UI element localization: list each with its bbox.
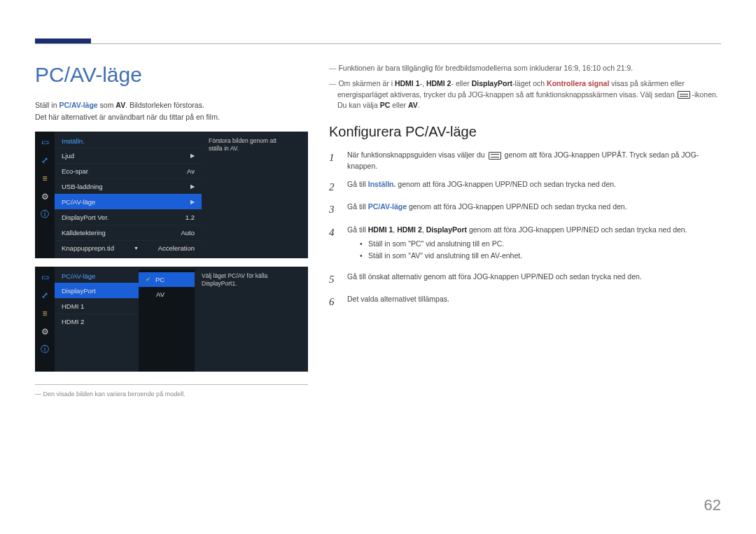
step-number: 3	[329, 202, 339, 218]
intro-para-1: Ställ in PC/AV-läge som AV. Bildstorleke…	[35, 99, 308, 111]
info-icon: ⓘ	[38, 344, 51, 356]
text: .	[418, 101, 420, 109]
step-number: 5	[329, 272, 339, 288]
osd-menu-title: PC/AV-läge	[55, 269, 139, 283]
gear-icon: ⚙	[38, 325, 51, 338]
footnote-rule: ― Den visade bilden kan variera beroende…	[35, 384, 308, 398]
left-column: PC/AV-läge Ställ in PC/AV-läge som AV. B…	[35, 63, 308, 398]
step-body: Gå till PC/AV-läge genom att föra JOG-kn…	[347, 202, 721, 218]
osd-row-ecospar[interactable]: Eco-sparAv	[55, 163, 202, 178]
label: HDMI 1	[62, 302, 84, 310]
resize-icon: ⤢	[38, 154, 51, 167]
osd-row-keyrepeat[interactable]: Knappupprepn.tid▼Acceleration	[55, 240, 202, 255]
pcav-label: PC/AV-läge	[59, 101, 97, 109]
pcav-label: PC/AV-läge	[368, 202, 407, 211]
osd-row-pcav[interactable]: PC/AV-läge▶	[55, 194, 202, 209]
bullet-pc: Ställ in som "PC" vid anslutning till en…	[360, 238, 721, 250]
text: När funktionsknappsguiden visas väljer d…	[347, 150, 487, 159]
header-rule	[35, 43, 721, 44]
displayport-label: DisplayPort	[472, 79, 512, 87]
text: -,	[420, 79, 426, 87]
chevron-right-icon: ▶	[190, 199, 195, 205]
osd-settings-panel: ▭ ⤢ ≡ ⚙ ⓘ Inställn. Ljud▶ Eco-sparAv USB…	[35, 132, 308, 258]
text: genom att föra JOG-knappen UPP/NED och s…	[467, 225, 687, 234]
value: Auto	[181, 229, 195, 237]
osd-description: Förstora bilden genom att ställa in AV.	[202, 132, 286, 258]
options-icon: ≡	[38, 172, 51, 185]
osd-menu-title: Inställn.	[55, 134, 202, 148]
step-number: 2	[329, 179, 339, 195]
page-number: 62	[704, 496, 721, 514]
osd-pcav-panel: ▭ ⤢ ≡ ⚙ ⓘ PC/AV-läge DisplayPort HDMI 1 …	[35, 267, 308, 372]
osd-row-usb[interactable]: USB-laddning▶	[55, 178, 202, 194]
label: DisplayPort Ver.	[62, 213, 109, 221]
bullet-av: Ställ in som "AV" vid anslutning till en…	[360, 250, 721, 262]
step-1: 1 När funktionsknappsguiden visas väljer…	[329, 150, 721, 172]
header-accent	[35, 38, 91, 43]
step-6: 6 Det valda alternativet tillämpas.	[329, 294, 721, 310]
osd-row-displayport[interactable]: DisplayPort	[55, 283, 139, 298]
osd-menu: Inställn. Ljud▶ Eco-sparAv USB-laddning▶…	[55, 132, 202, 258]
osd-row-hdmi1[interactable]: HDMI 1	[55, 298, 139, 314]
value: Acceleration	[158, 244, 195, 252]
label: Knappupprepn.tid	[62, 244, 114, 252]
text: genom att föra JOG-knappen UPP/NED och s…	[396, 180, 616, 188]
osd-row-source[interactable]: KälldetekteringAuto	[55, 225, 202, 240]
signal-warning: Kontrollera signal	[547, 79, 609, 87]
gear-icon: ⚙	[38, 190, 51, 203]
osd-option-av[interactable]: AV	[139, 287, 195, 302]
note-signal: Om skärmen är i HDMI 1-, HDMI 2- eller D…	[329, 78, 721, 111]
text: -läget och	[512, 79, 547, 87]
step-number: 4	[329, 225, 339, 265]
step-number: 1	[329, 150, 339, 172]
menu-icon	[678, 91, 690, 99]
intro-para-2: Det här alternativet är användbart när d…	[35, 111, 308, 123]
chevron-right-icon: ▶	[190, 153, 195, 159]
step-body: Gå till önskat alternativ genom att föra…	[347, 272, 721, 288]
step-3: 3 Gå till PC/AV-läge genom att föra JOG-…	[329, 202, 721, 218]
step-body: Det valda alternativet tillämpas.	[347, 294, 721, 310]
page-title: PC/AV-läge	[35, 63, 308, 87]
label: AV	[156, 290, 164, 298]
osd-option-pc[interactable]: ✔PC	[139, 272, 195, 287]
text: Gå till	[347, 225, 368, 234]
osd-row-ljud[interactable]: Ljud▶	[55, 148, 202, 163]
monitor-icon: ▭	[38, 136, 51, 148]
value: 1.2	[186, 213, 195, 221]
text: Gå till	[347, 180, 368, 188]
displayport-label: DisplayPort	[426, 225, 467, 234]
osd-row-dpver[interactable]: DisplayPort Ver.1.2	[55, 209, 202, 225]
label: Ljud	[62, 152, 74, 160]
hdmi1-label: HDMI 1	[395, 79, 420, 87]
hdmi1-label: HDMI 1	[368, 225, 393, 234]
label: Eco-spar	[62, 167, 88, 175]
note-widescreen: Funktionen är bara tillgänglig för bredb…	[329, 63, 721, 74]
osd-row-hdmi2[interactable]: HDMI 2	[55, 314, 139, 329]
label: DisplayPort	[62, 287, 96, 295]
hdmi2-label: HDMI 2	[426, 79, 451, 87]
hdmi2-label: HDMI 2	[397, 225, 422, 234]
osd-source-list: PC/AV-läge DisplayPort HDMI 1 HDMI 2	[55, 267, 139, 372]
text: Ställ in	[35, 101, 59, 109]
label: Källdetektering	[62, 229, 106, 237]
steps-list: 1 När funktionsknappsguiden visas väljer…	[329, 150, 721, 310]
resize-icon: ⤢	[38, 289, 51, 302]
av-label: AV	[115, 101, 125, 109]
options-icon: ≡	[38, 307, 51, 320]
label: HDMI 2	[62, 318, 84, 325]
av-label: AV	[408, 101, 418, 109]
text: genom att föra JOG-knappen UPP/NED och s…	[407, 202, 627, 211]
step-4: 4 Gå till HDMI 1, HDMI 2, DisplayPort ge…	[329, 225, 721, 265]
text: - eller	[451, 79, 471, 87]
step-body: Gå till Inställn. genom att föra JOG-kna…	[347, 179, 721, 195]
monitor-icon: ▭	[38, 271, 51, 283]
settings-label: Inställn.	[368, 180, 396, 188]
label: PC	[155, 276, 164, 283]
text: eller	[390, 101, 408, 109]
osd-sidebar: ▭ ⤢ ≡ ⚙ ⓘ	[35, 132, 55, 258]
info-icon: ⓘ	[38, 209, 51, 221]
pc-label: PC	[380, 101, 391, 109]
text: Gå till	[347, 202, 368, 211]
right-column: Funktionen är bara tillgänglig för bredb…	[329, 63, 721, 398]
chevron-right-icon: ▶	[190, 183, 195, 190]
